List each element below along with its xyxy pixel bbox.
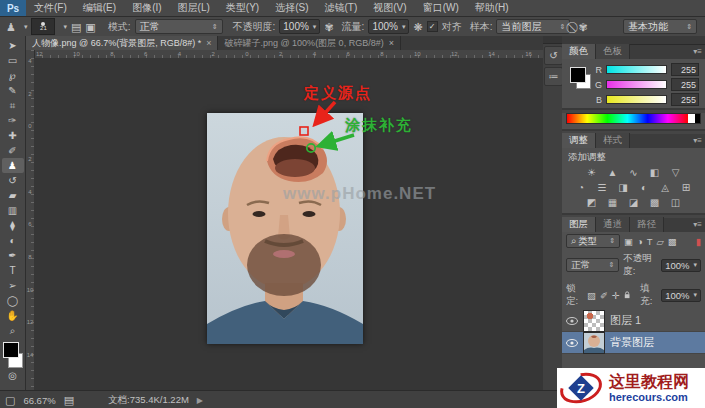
visibility-eye-icon[interactable] (566, 317, 578, 325)
document-tab-active[interactable]: 人物像.png @ 66.7%(背景图层, RGB/8#) * × (26, 36, 218, 50)
gradient-map-icon[interactable]: ▩ (649, 197, 661, 208)
selective-color-icon[interactable]: ◫ (670, 197, 682, 208)
lock-all-icon[interactable] (624, 290, 630, 300)
hand-tool[interactable]: ✋ (2, 308, 24, 323)
flow-input[interactable]: 100% ▾ (368, 19, 409, 34)
canvas-area[interactable]: www.pHome.NET 定义源点 涂抹补充 (34, 58, 543, 390)
panel-color-swatches[interactable] (568, 65, 592, 89)
toggle-brush-panel-icon[interactable]: ▤ (71, 20, 81, 34)
flow-caret-icon[interactable]: ▾ (402, 23, 406, 31)
posterize-icon[interactable]: ▦ (607, 197, 619, 208)
sample-select[interactable]: 当前图层 ⇕ (496, 19, 570, 34)
menu-select[interactable]: 选择(S) (267, 1, 316, 15)
panel-menu-icon[interactable]: ▾≡ (693, 47, 702, 56)
opacity-caret-icon[interactable]: ▾ (313, 23, 317, 31)
exposure-icon[interactable]: ◧ (649, 167, 661, 178)
brightness-contrast-icon[interactable]: ☀ (586, 167, 598, 178)
stamp-pressure-icon[interactable]: ✾ (578, 20, 587, 34)
brush-tool[interactable]: ✐ (2, 143, 24, 158)
blend-mode-select[interactable]: 正常 ⇕ (135, 19, 223, 34)
zoom-level-field[interactable]: 66.67% (23, 395, 55, 406)
brush-preset-picker[interactable]: 21 (31, 18, 55, 35)
quick-mask-button[interactable]: ◎ (2, 368, 24, 383)
toggle-clone-source-panel-icon[interactable]: ▣ (85, 20, 95, 34)
filter-adjustment-layers-icon[interactable]: ◑ (637, 236, 643, 247)
menu-image[interactable]: 图像(I) (124, 1, 169, 15)
menu-window[interactable]: 窗口(W) (415, 1, 467, 15)
pen-tool[interactable]: ✒ (2, 248, 24, 263)
menu-edit[interactable]: 编辑(E) (75, 1, 124, 15)
screen-mode-icon[interactable]: ▢ (5, 393, 15, 407)
menu-type[interactable]: 类型(Y) (218, 1, 267, 15)
layer-filter-toggle[interactable]: ▮ (696, 236, 701, 247)
layer-fill-input[interactable]: 100%▾ (661, 289, 701, 302)
tab-swatches[interactable]: 色板 (596, 44, 630, 59)
curves-icon[interactable]: ∿ (628, 167, 640, 178)
blue-channel-slider[interactable] (606, 95, 667, 104)
color-balance-icon[interactable]: ☰ (596, 182, 608, 193)
tab-adjustments[interactable]: 调整 (562, 133, 596, 148)
gradient-tool[interactable]: ▥ (2, 203, 24, 218)
menu-file[interactable]: 文件(F) (26, 1, 75, 15)
menu-layer[interactable]: 图层(L) (170, 1, 218, 15)
quick-selection-tool[interactable]: ✎ (2, 83, 24, 98)
tab-paths[interactable]: 路径 (630, 217, 664, 232)
green-channel-value[interactable]: 255 (671, 78, 699, 91)
close-tab-icon[interactable]: × (389, 38, 394, 48)
filter-type-layers-icon[interactable]: T (647, 236, 653, 247)
history-brush-tool[interactable]: ↺ (2, 173, 24, 188)
threshold-icon[interactable]: ◪ (628, 197, 640, 208)
foreground-color-swatch[interactable] (570, 67, 586, 83)
color-spectrum-ramp[interactable] (566, 113, 701, 124)
photo-document[interactable] (207, 113, 363, 344)
invert-icon[interactable]: ◩ (586, 197, 598, 208)
tab-layers[interactable]: 图层 (562, 217, 596, 232)
green-channel-slider[interactable] (606, 80, 667, 89)
opacity-pressure-icon[interactable]: ✾ (324, 20, 333, 34)
black-white-icon[interactable]: ◨ (617, 182, 629, 193)
photo-filter-icon[interactable]: ◐ (638, 182, 650, 193)
clone-stamp-tool-icon[interactable]: ♟ (6, 20, 16, 34)
visibility-eye-icon[interactable] (566, 339, 578, 347)
layer-thumbnail[interactable] (583, 310, 605, 332)
rectangular-marquee-tool[interactable]: ▭ (2, 53, 24, 68)
document-tab-inactive[interactable]: 破碎罐子.png @ 100%(图层 0, RGB/8#) × (218, 36, 400, 50)
lock-pixels-icon[interactable]: ✐ (600, 290, 608, 301)
menu-help[interactable]: 帮助(H) (467, 1, 517, 15)
menu-filter[interactable]: 滤镜(T) (317, 1, 366, 15)
tool-preset-caret-icon[interactable]: ▾ (24, 23, 28, 31)
color-lookup-icon[interactable]: ⊞ (680, 182, 692, 193)
aligned-checkbox[interactable]: ✓ (427, 21, 438, 32)
foreground-color-swatch[interactable] (3, 342, 19, 358)
ellipse-tool[interactable]: ◯ (2, 293, 24, 308)
layer-filter-kind-select[interactable]: ⌕ 类型 ⇕ (566, 234, 620, 248)
layer-opacity-input[interactable]: 100%▾ (661, 259, 701, 272)
spot-healing-brush-tool[interactable]: ✚ (2, 128, 24, 143)
airbrush-icon[interactable]: ❋ (413, 20, 422, 34)
path-selection-tool[interactable]: ➢ (2, 278, 24, 293)
eyedropper-tool[interactable]: ✑ (2, 113, 24, 128)
clone-stamp-tool[interactable]: ♟ (2, 158, 24, 173)
status-options-arrow-icon[interactable]: ▶ (197, 396, 203, 405)
close-tab-icon[interactable]: × (206, 38, 211, 48)
menu-view[interactable]: 视图(V) (365, 1, 414, 15)
dodge-tool[interactable]: ◐ (2, 233, 24, 248)
type-tool[interactable]: T (2, 263, 24, 278)
zoom-tool[interactable]: ⌕ (2, 323, 24, 338)
filter-pixel-layers-icon[interactable]: ▣ (624, 236, 633, 247)
layer-blend-mode-select[interactable]: 正常 ⇕ (566, 258, 619, 272)
panel-menu-icon[interactable]: ▾≡ (693, 136, 702, 145)
brush-picker-caret-icon[interactable]: ▾ (63, 23, 67, 31)
red-channel-value[interactable]: 255 (671, 63, 699, 76)
blue-channel-value[interactable]: 255 (671, 93, 699, 106)
tab-styles[interactable]: 样式 (596, 133, 630, 148)
filter-shape-layers-icon[interactable]: ▱ (657, 236, 664, 247)
panel-menu-icon[interactable]: ▾≡ (693, 220, 702, 229)
layer-name[interactable]: 背景图层 (610, 335, 654, 350)
blur-tool[interactable]: ⧫ (2, 218, 24, 233)
layer-thumbnail[interactable] (583, 332, 605, 354)
move-tool[interactable]: ➤ (2, 38, 24, 53)
lock-transparency-icon[interactable]: ▨ (587, 290, 596, 301)
color-swatches[interactable] (2, 342, 24, 368)
lasso-tool[interactable]: ℘ (2, 68, 24, 83)
